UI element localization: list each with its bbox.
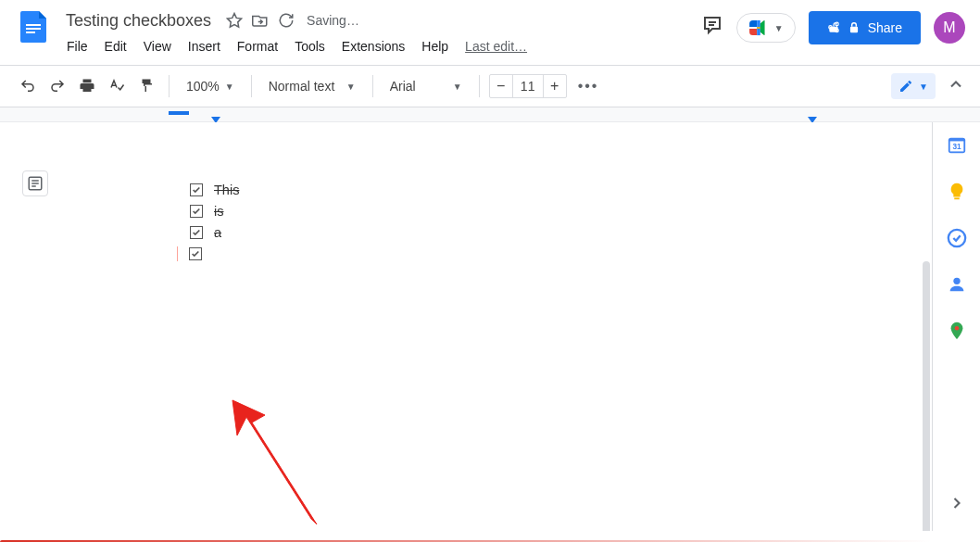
font-size-input[interactable] [512, 75, 544, 97]
list-item[interactable] [190, 246, 783, 261]
svg-point-16 [953, 278, 960, 284]
redo-icon[interactable] [44, 73, 70, 99]
more-tools-icon[interactable]: ••• [571, 78, 607, 95]
last-edit-link[interactable]: Last edit… [458, 35, 534, 57]
checkbox-icon[interactable] [189, 247, 202, 260]
avatar[interactable]: M [934, 12, 965, 44]
list-item[interactable]: is [190, 204, 783, 219]
toolbar: 100% ▼ Normal text ▼ Arial ▼ − + ••• ▼ [0, 66, 980, 107]
menu-file[interactable]: File [59, 35, 95, 57]
chevron-down-icon: ▼ [453, 82, 462, 92]
svg-text:31: 31 [952, 143, 961, 151]
font-select[interactable]: Arial ▼ [383, 79, 470, 94]
checkbox-icon[interactable] [190, 226, 203, 239]
paragraph-style-select[interactable]: Normal text ▼ [261, 79, 363, 94]
editing-mode-button[interactable]: ▼ [891, 73, 936, 99]
text-cursor [177, 246, 178, 261]
list-item-text[interactable]: a [214, 225, 221, 240]
contacts-icon[interactable] [947, 274, 967, 295]
undo-icon[interactable] [15, 73, 41, 99]
list-item[interactable]: a [190, 225, 783, 240]
menu-insert[interactable]: Insert [181, 35, 228, 57]
page[interactable]: This is a [51, 127, 922, 531]
font-size-decrease[interactable]: − [490, 75, 512, 97]
document-title[interactable]: Testing checkboxes [59, 8, 218, 33]
svg-rect-2 [26, 32, 35, 33]
list-item-text[interactable]: This [214, 183, 239, 197]
ruler[interactable] [0, 107, 980, 122]
print-icon[interactable] [74, 73, 100, 99]
list-item[interactable]: This [190, 183, 783, 197]
menu-help[interactable]: Help [414, 35, 456, 57]
chevron-down-icon: ▼ [919, 82, 928, 92]
menu-extensions[interactable]: Extensions [334, 35, 412, 57]
menu-edit[interactable]: Edit [97, 35, 134, 57]
collapse-toolbar-icon[interactable] [947, 75, 965, 97]
list-item-text[interactable]: is [214, 204, 223, 219]
svg-rect-0 [26, 24, 41, 26]
menubar: File Edit View Insert Format Tools Exten… [59, 35, 701, 57]
outline-toggle-icon[interactable] [22, 170, 48, 196]
side-panel-expand-icon[interactable] [948, 494, 966, 516]
calendar-icon[interactable]: 31 [947, 135, 967, 156]
keep-icon[interactable] [947, 182, 967, 202]
menu-format[interactable]: Format [230, 35, 285, 57]
move-icon[interactable] [251, 11, 270, 30]
docs-logo[interactable] [15, 7, 52, 44]
star-icon[interactable] [225, 11, 244, 30]
svg-rect-14 [954, 197, 960, 199]
share-label: Share [868, 20, 902, 35]
menu-tools[interactable]: Tools [287, 35, 333, 57]
side-panel: 31 [932, 122, 980, 531]
meet-button[interactable]: ▼ [736, 13, 796, 43]
font-size-control: − + [489, 74, 567, 98]
maps-icon[interactable] [947, 321, 967, 341]
checkbox-icon[interactable] [190, 205, 203, 218]
svg-point-17 [954, 326, 959, 331]
menu-view[interactable]: View [136, 35, 179, 57]
chevron-down-icon: ▼ [225, 82, 234, 92]
share-button[interactable]: Share [809, 11, 921, 44]
saving-status: Saving… [307, 13, 359, 28]
cloud-status-icon[interactable] [277, 11, 295, 30]
zoom-select[interactable]: 100% ▼ [179, 79, 242, 94]
paint-format-icon[interactable] [133, 73, 159, 99]
chevron-down-icon: ▼ [346, 82, 356, 92]
checkbox-icon[interactable] [190, 183, 203, 196]
svg-rect-5 [829, 27, 837, 32]
chevron-down-icon: ▼ [774, 23, 784, 33]
svg-rect-6 [850, 27, 858, 32]
svg-rect-1 [26, 28, 41, 30]
comments-icon[interactable] [701, 14, 723, 42]
font-size-increase[interactable]: + [544, 75, 566, 97]
spellcheck-icon[interactable] [104, 73, 130, 99]
document-canvas[interactable]: This is a [0, 122, 932, 531]
scrollbar[interactable] [923, 261, 930, 531]
checklist: This is a [190, 183, 783, 261]
tasks-icon[interactable] [947, 228, 967, 248]
